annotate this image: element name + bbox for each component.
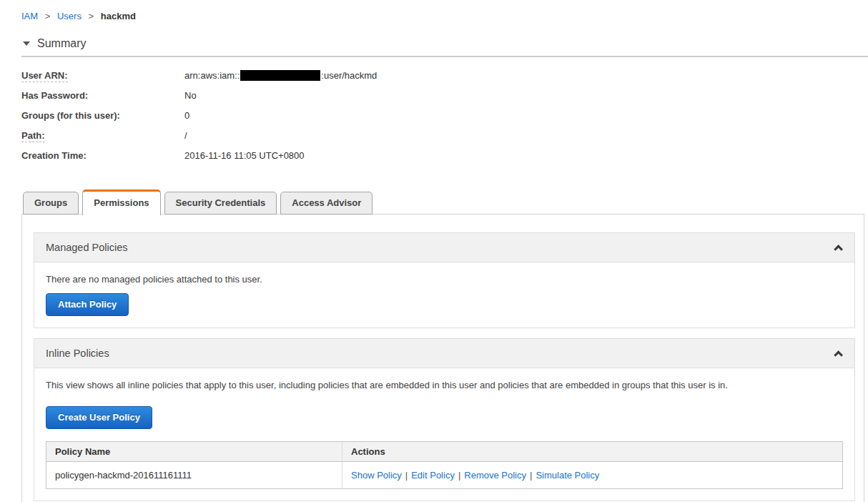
actions-column-header: Actions <box>342 442 843 462</box>
attach-policy-button[interactable]: Attach Policy <box>46 293 129 316</box>
inline-policies-header[interactable]: Inline Policies <box>34 339 854 368</box>
collapse-triangle-icon[interactable] <box>23 41 30 46</box>
policy-name-cell: policygen-hackmd-201611161111 <box>46 462 342 489</box>
inline-policies-body: This view shows all inline policies that… <box>34 368 854 501</box>
inline-policies-description: This view shows all inline policies that… <box>46 380 843 390</box>
breadcrumb: IAM > Users > hackmd <box>0 0 868 21</box>
arn-suffix: :user/hackmd <box>321 70 377 81</box>
creation-time-label: Creation Time: <box>21 150 184 161</box>
summary-row-creation-time: Creation Time: 2016-11-16 11:05 UTC+0800 <box>21 150 868 161</box>
create-user-policy-button[interactable]: Create User Policy <box>46 406 152 429</box>
tab-security-credentials[interactable]: Security Credentials <box>164 192 277 215</box>
show-policy-link[interactable]: Show Policy <box>351 470 402 481</box>
summary-title: Summary <box>37 37 86 50</box>
managed-policies-panel: Managed Policies There are no managed po… <box>34 232 855 328</box>
remove-policy-link[interactable]: Remove Policy <box>464 470 526 481</box>
redacted-account-id <box>240 70 320 81</box>
inline-policies-panel: Inline Policies This view shows all inli… <box>34 338 855 501</box>
summary-row-user-arn: User ARN: arn:aws:iam:::user/hackmd <box>21 70 868 81</box>
breadcrumb-separator: > <box>45 11 51 21</box>
managed-policies-title: Managed Policies <box>46 242 127 253</box>
action-separator: | <box>530 470 532 481</box>
summary-section-header[interactable]: Summary <box>23 37 868 50</box>
has-password-value: No <box>184 90 197 101</box>
inline-policies-title: Inline Policies <box>46 348 109 359</box>
table-row: policygen-hackmd-201611161111 Show Polic… <box>46 462 843 489</box>
path-label: Path: <box>21 130 184 141</box>
summary-divider <box>21 56 868 57</box>
path-value: / <box>184 130 187 141</box>
tab-permissions[interactable]: Permissions <box>82 190 160 215</box>
managed-policies-header[interactable]: Managed Policies <box>34 233 854 262</box>
simulate-policy-link[interactable]: Simulate Policy <box>536 470 599 481</box>
arn-prefix: arn:aws:iam:: <box>184 70 240 81</box>
inline-policies-table: Policy Name Actions policygen-hackmd-201… <box>46 441 843 489</box>
tab-access-advisor[interactable]: Access Advisor <box>280 192 373 215</box>
has-password-label: Has Password: <box>21 90 184 101</box>
permissions-tab-content: Managed Policies There are no managed po… <box>21 214 864 502</box>
table-header-row: Policy Name Actions <box>46 442 843 462</box>
policy-name-column-header: Policy Name <box>46 442 342 462</box>
chevron-up-icon[interactable] <box>834 245 843 254</box>
action-separator: | <box>405 470 408 481</box>
summary-fields: User ARN: arn:aws:iam:::user/hackmd Has … <box>21 70 868 161</box>
groups-label: Groups (for this user): <box>21 110 184 121</box>
edit-policy-link[interactable]: Edit Policy <box>411 470 455 481</box>
managed-policies-empty-message: There are no managed policies attached t… <box>46 274 843 285</box>
tab-bar: Groups Permissions Security Credentials … <box>23 190 868 215</box>
action-separator: | <box>458 470 460 481</box>
creation-time-value: 2016-11-16 11:05 UTC+0800 <box>184 150 305 161</box>
breadcrumb-link-iam[interactable]: IAM <box>21 11 38 21</box>
chevron-up-icon[interactable] <box>834 350 843 360</box>
breadcrumb-current-user: hackmd <box>101 11 136 21</box>
managed-policies-body: There are no managed policies attached t… <box>34 262 854 328</box>
tab-groups[interactable]: Groups <box>23 192 79 215</box>
summary-row-groups: Groups (for this user): 0 <box>21 110 868 121</box>
groups-value: 0 <box>184 110 189 121</box>
breadcrumb-link-users[interactable]: Users <box>57 11 82 21</box>
summary-row-path: Path: / <box>21 130 868 141</box>
user-arn-value: arn:aws:iam:::user/hackmd <box>184 70 377 81</box>
breadcrumb-separator: > <box>89 11 94 21</box>
user-arn-label: User ARN: <box>21 70 184 81</box>
policy-actions-cell: Show Policy|Edit Policy|Remove Policy|Si… <box>342 462 843 489</box>
summary-row-has-password: Has Password: No <box>21 90 868 101</box>
